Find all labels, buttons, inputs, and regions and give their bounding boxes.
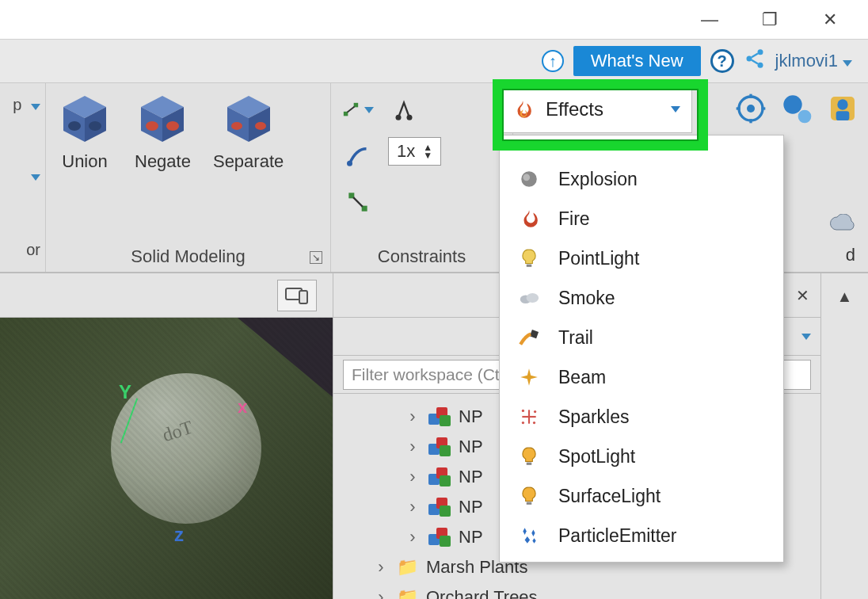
chevron-down-icon	[671, 106, 680, 113]
effects-item-label: Fire	[558, 208, 590, 230]
maximize-button[interactable]: ❐	[746, 4, 794, 36]
svg-point-41	[523, 174, 530, 181]
chevron-down-icon	[843, 60, 852, 67]
share-icon[interactable]	[744, 48, 766, 75]
tree-item-label: NP	[459, 527, 483, 547]
effects-item-label: Explosion	[558, 169, 638, 190]
constraint-scale-input[interactable]: 1x ▲▼	[388, 137, 441, 166]
stepper-icon[interactable]: ▲▼	[423, 143, 432, 159]
separate-label: Separate	[213, 151, 284, 172]
effects-item-label: SpotLight	[558, 446, 635, 467]
ribbon-cloud-icon[interactable]	[828, 214, 855, 240]
svg-rect-42	[527, 265, 532, 267]
group-expand-icon[interactable]: ↘	[310, 251, 322, 264]
viewport-tabs	[0, 273, 333, 318]
union-icon	[57, 94, 112, 145]
minimize-button[interactable]: —	[686, 4, 733, 36]
constraint-details-button[interactable]	[342, 140, 374, 172]
svg-point-51	[533, 422, 535, 424]
particle-icon	[517, 524, 541, 547]
device-emulator-button[interactable]	[277, 280, 317, 311]
gear-icon[interactable]	[735, 93, 767, 124]
chevron-right-icon: ›	[405, 406, 421, 427]
chevron-down-icon[interactable]	[801, 334, 811, 340]
tree-item-label: Orchard Trees	[426, 587, 538, 599]
chevron-right-icon: ›	[405, 497, 421, 517]
attachment-button[interactable]	[388, 94, 420, 126]
svg-point-6	[68, 121, 81, 131]
bulb-icon	[517, 246, 541, 270]
advanced-tail: d	[846, 245, 855, 265]
axis-line	[120, 398, 138, 443]
right-thin-panel: ▲	[820, 273, 868, 599]
tree-item-label: NP	[459, 406, 483, 427]
tree-item-label: NP	[459, 437, 483, 457]
svg-point-12	[166, 121, 179, 131]
union-button[interactable]: Union	[57, 94, 112, 172]
viewport-pane: doT Y x z	[0, 273, 333, 599]
username-label[interactable]: jklmovi1	[775, 51, 852, 71]
whats-new-button[interactable]: What's New	[573, 46, 701, 76]
effects-item-pointlight[interactable]: PointLight	[500, 238, 783, 278]
svg-marker-57	[525, 536, 531, 544]
effects-button[interactable]: Effects	[499, 86, 692, 133]
info-row: ↑ What's New ? jklmovi1	[0, 40, 868, 83]
team-create-icon[interactable]	[781, 93, 813, 124]
separate-button[interactable]: Separate	[213, 94, 284, 172]
effects-item-spotlight[interactable]: SpotLight	[500, 437, 783, 476]
smoke-icon	[517, 286, 541, 310]
effects-item-sparkles[interactable]: Sparkles	[500, 397, 783, 437]
chevron-right-icon: ›	[405, 437, 421, 457]
effects-item-beam[interactable]: Beam	[500, 357, 783, 397]
group-label-solid: Solid Modeling	[46, 246, 330, 267]
svg-point-33	[783, 95, 801, 113]
group-label-constraints: Constraints	[331, 246, 512, 267]
viewport-sphere	[111, 373, 261, 524]
scroll-up-icon[interactable]: ▲	[837, 288, 853, 306]
svg-point-2	[757, 62, 763, 67]
stub-top: p	[13, 96, 21, 113]
effects-item-trail[interactable]: Trail	[500, 318, 783, 357]
effects-button-label: Effects	[546, 98, 603, 120]
folder-icon: 📁	[397, 587, 418, 599]
constraint-create-button[interactable]	[342, 94, 374, 126]
svg-point-16	[231, 122, 242, 130]
filter-placeholder: Filter workspace (Ct	[352, 365, 500, 383]
negate-icon	[135, 94, 190, 145]
viewport-shadow	[238, 318, 333, 397]
svg-point-1	[746, 55, 752, 61]
close-panel-icon[interactable]: ✕	[796, 286, 809, 305]
effects-item-particleemitter[interactable]: ParticleEmitter	[500, 516, 783, 555]
effects-dropdown-wrap: Effects Explosion Fire PointLight Smoke …	[499, 86, 692, 133]
model-icon	[428, 498, 451, 517]
help-icon[interactable]: ?	[710, 49, 734, 73]
axis-x-label: x	[238, 397, 247, 418]
negate-button[interactable]: Negate	[135, 94, 191, 172]
viewport-face-label: doT	[160, 417, 196, 447]
effects-item-fire[interactable]: Fire	[500, 199, 783, 238]
model-icon	[428, 407, 451, 426]
chevron-right-icon: ›	[373, 587, 389, 599]
svg-marker-56	[531, 529, 535, 536]
window-titlebar: — ❐ ✕	[0, 0, 868, 40]
effects-item-smoke[interactable]: Smoke	[500, 278, 783, 318]
svg-rect-53	[527, 463, 532, 465]
svg-point-50	[534, 410, 536, 413]
constraint-weld-button[interactable]	[342, 186, 374, 218]
tree-item-folder[interactable]: › 📁 Orchard Trees	[333, 582, 820, 599]
up-arrow-icon[interactable]: ↑	[542, 50, 564, 72]
svg-point-52	[522, 422, 524, 424]
chevron-right-icon: ›	[373, 557, 389, 578]
svg-point-17	[255, 122, 266, 130]
tree-item-label: NP	[459, 467, 483, 487]
viewport-3d[interactable]: doT Y x z	[0, 318, 333, 599]
effects-menu: Explosion Fire PointLight Smoke Trail Be…	[499, 135, 784, 563]
player-icon[interactable]	[827, 93, 858, 124]
effects-item-explosion[interactable]: Explosion	[500, 159, 783, 199]
model-icon	[428, 467, 451, 486]
close-button[interactable]: ✕	[806, 4, 854, 36]
svg-rect-37	[836, 111, 850, 120]
svg-line-20	[347, 106, 354, 112]
effects-item-label: SurfaceLight	[558, 486, 661, 507]
effects-item-surfacelight[interactable]: SurfaceLight	[500, 476, 783, 516]
